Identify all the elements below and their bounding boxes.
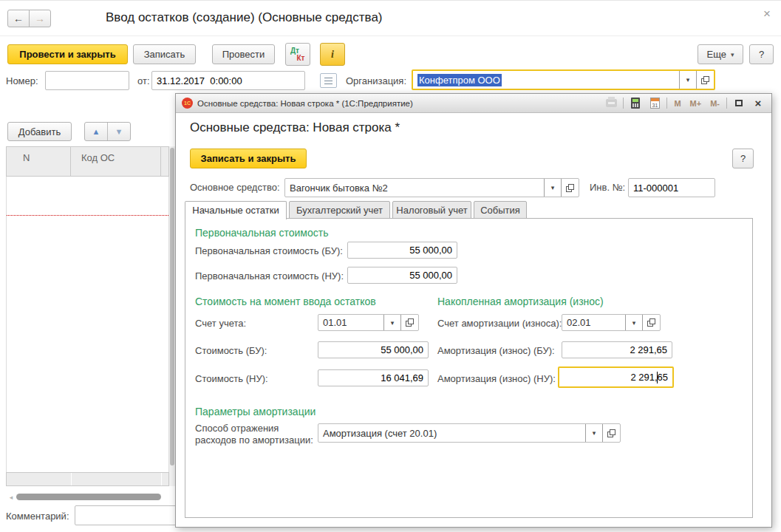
printer-icon <box>606 99 617 107</box>
initial-cost-nu-input[interactable]: 55 000,00 <box>347 267 457 284</box>
dropdown-icon[interactable]: ▾ <box>383 315 400 330</box>
dropdown-icon[interactable]: ▾ <box>679 71 696 89</box>
list-icon <box>324 81 332 81</box>
comment-input[interactable] <box>75 505 182 525</box>
back-button[interactable]: ← <box>7 10 30 27</box>
dialog-help-button[interactable]: ? <box>732 149 754 168</box>
vertical-scrollbar[interactable] <box>169 146 175 486</box>
dialog-titlebar[interactable]: 1С Основные средства: Новая строка * (1С… <box>176 94 771 113</box>
forward-button[interactable]: → <box>29 10 51 27</box>
info-icon: i <box>331 49 334 61</box>
maximize-icon <box>735 100 743 106</box>
text-caret <box>657 372 658 383</box>
open-button[interactable] <box>696 71 714 89</box>
horizontal-scrollbar-thumb[interactable] <box>16 494 161 500</box>
save-and-close-button[interactable]: Записать и закрыть <box>190 149 307 168</box>
vertical-scrollbar-thumb[interactable] <box>170 148 174 466</box>
memory-button[interactable]: M <box>672 97 683 110</box>
tab-initial-balances[interactable]: Начальные остатки <box>185 201 287 219</box>
depreciation-nu-value: 2 291,65 <box>626 372 672 383</box>
depreciation-nu-label: Амортизация (износ) (НУ): <box>437 373 556 384</box>
empty-row-indicator <box>7 215 168 216</box>
info-button[interactable]: i <box>320 43 345 66</box>
memory-minus-button[interactable]: M- <box>708 97 722 110</box>
dialog-help-label: ? <box>740 153 746 164</box>
page-title: Ввод остатков (создание) (Основные средс… <box>106 10 383 25</box>
more-button[interactable]: Еще ▾ <box>698 44 743 64</box>
initial-cost-bu-value: 55 000,00 <box>405 245 457 256</box>
cost-nu-value: 16 041,69 <box>376 372 428 383</box>
asset-value: Вагончик бытовка №2 <box>285 179 544 197</box>
asset-label: Основное средство: <box>190 182 280 193</box>
section-header-current-cost: Стоимость на момент ввода остатков <box>195 296 376 307</box>
calculator-button[interactable] <box>628 97 643 110</box>
app-icon: 1С <box>182 98 193 109</box>
titlebar-divider <box>623 98 624 109</box>
comment-label: Комментарий: <box>6 511 69 522</box>
table-footer <box>6 472 169 486</box>
help-button[interactable]: ? <box>749 44 774 64</box>
save-button[interactable]: Записать <box>133 44 196 64</box>
account-label: Счет учета: <box>195 318 246 329</box>
cost-bu-input[interactable]: 55 000,00 <box>318 341 429 358</box>
open-button[interactable] <box>400 315 418 330</box>
post-label: Провести <box>222 49 265 60</box>
organization-value: Конфетпром ООО <box>417 74 502 86</box>
open-button[interactable] <box>602 424 620 442</box>
tab-accounting[interactable]: Бухгалтерский учет <box>289 201 390 219</box>
calendar-button[interactable]: 31 <box>647 97 662 110</box>
table-body[interactable] <box>6 177 169 472</box>
date-input[interactable]: 31.12.2017 0:00:00 <box>151 71 305 90</box>
inventory-number-input[interactable]: 11-000001 <box>628 178 715 197</box>
dt-kt-button[interactable]: Дт Кт <box>285 43 310 66</box>
post-and-close-button[interactable]: Провести и закрыть <box>7 44 128 64</box>
dropdown-icon[interactable]: ▾ <box>544 179 561 197</box>
depreciation-bu-input[interactable]: 2 291,65 <box>562 341 672 358</box>
method-label-line1: Способ отражения <box>195 423 279 434</box>
move-up-button[interactable]: ▲ <box>85 123 108 140</box>
tab-tax[interactable]: Налоговый учет <box>392 201 471 219</box>
open-button[interactable] <box>642 315 660 330</box>
more-label: Еще <box>707 49 726 60</box>
account-combo[interactable]: 01.01 ▾ <box>318 314 419 331</box>
organization-label: Организация: <box>346 75 406 86</box>
method-label-line2: расходов по амортизации: <box>195 434 313 446</box>
scroll-left-icon[interactable]: ◂ <box>6 494 16 501</box>
depreciation-bu-value: 2 291,65 <box>625 344 672 355</box>
organization-combo[interactable]: Конфетпром ООО ▾ <box>412 69 715 90</box>
post-button[interactable]: Провести <box>212 44 275 64</box>
move-row-buttons: ▲ ▼ <box>84 122 131 141</box>
move-down-button[interactable]: ▼ <box>108 123 130 140</box>
memory-plus-button[interactable]: M+ <box>688 97 704 110</box>
chevron-down-icon: ▾ <box>731 51 734 58</box>
asset-combo[interactable]: Вагончик бытовка №2 ▾ <box>284 178 579 197</box>
save-and-close-label: Записать и закрыть <box>201 153 296 164</box>
open-button[interactable] <box>561 179 579 197</box>
list-button[interactable] <box>320 73 337 88</box>
initial-cost-nu-label: Первоначальная стоимость (НУ): <box>195 270 344 282</box>
depreciation-nu-input-focused[interactable]: 2 291,65 <box>558 366 674 388</box>
add-row-button[interactable]: Добавить <box>7 122 72 141</box>
print-button[interactable] <box>604 97 618 110</box>
dialog-heading: Основные средства: Новая строка * <box>190 120 400 135</box>
tab-events[interactable]: События <box>474 201 527 219</box>
dialog-close-button[interactable]: × <box>751 97 765 110</box>
table-header: N Код ОС <box>6 146 169 177</box>
dropdown-icon[interactable]: ▾ <box>625 315 642 330</box>
dropdown-icon[interactable]: ▾ <box>585 424 602 442</box>
section-header-initial-cost: Первоначальная стоимость <box>195 227 328 239</box>
help-label: ? <box>759 49 764 60</box>
cost-nu-input[interactable]: 16 041,69 <box>318 369 429 386</box>
depreciation-account-combo[interactable]: 02.01 ▾ <box>562 314 661 331</box>
close-icon[interactable]: × <box>763 7 771 21</box>
initial-cost-bu-input[interactable]: 55 000,00 <box>347 242 457 259</box>
open-icon <box>406 318 414 327</box>
calendar-icon: 31 <box>650 98 660 109</box>
horizontal-scrollbar[interactable]: ◂ <box>6 491 169 503</box>
number-input[interactable] <box>45 71 129 90</box>
method-combo[interactable]: Амортизация (счет 20.01) ▾ <box>318 423 621 443</box>
column-header-kod-os[interactable]: Код ОС <box>71 147 161 176</box>
column-header-n[interactable]: N <box>7 147 71 176</box>
maximize-button[interactable] <box>731 97 746 110</box>
calculator-icon <box>631 98 640 109</box>
